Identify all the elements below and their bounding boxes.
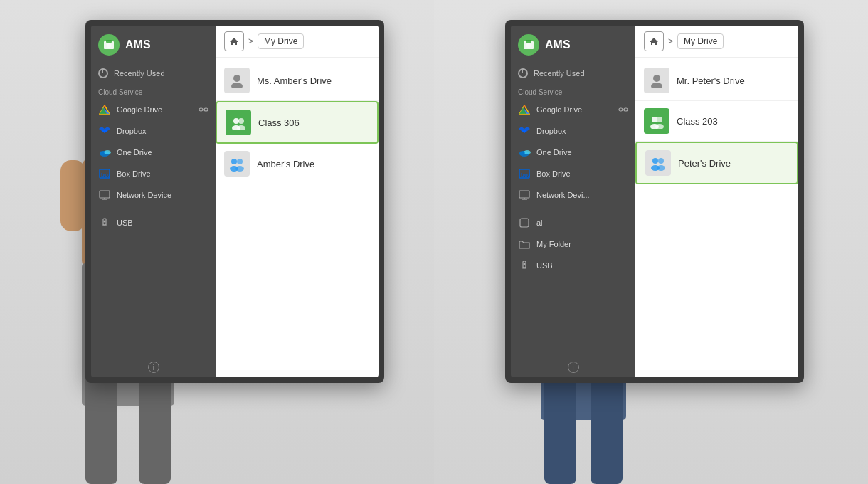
svg-point-34 bbox=[235, 166, 244, 172]
svg-point-26 bbox=[231, 83, 243, 88]
svg-rect-69 bbox=[522, 267, 526, 269]
info-icon-left[interactable]: i bbox=[148, 362, 159, 373]
file-icon-class203 bbox=[644, 108, 669, 134]
sidebar-item-dropbox-left[interactable]: Dropbox bbox=[91, 120, 216, 142]
recently-used-right[interactable]: Recently Used bbox=[511, 64, 635, 83]
sidebar-divider-left bbox=[98, 209, 208, 209]
svg-point-75 bbox=[657, 117, 662, 122]
info-icon-right[interactable]: i bbox=[568, 362, 579, 373]
svg-point-72 bbox=[653, 75, 660, 82]
svg-marker-71 bbox=[650, 38, 658, 45]
right-panel: AMS Recently Used Cloud Service bbox=[434, 0, 868, 484]
svg-point-27 bbox=[233, 118, 239, 124]
onedrive-icon-left bbox=[98, 146, 111, 159]
ams-logo-right bbox=[518, 34, 539, 56]
sidebar-item-dropbox-right[interactable]: Dropbox bbox=[511, 120, 635, 142]
file-icon-peter-personal bbox=[645, 150, 671, 176]
svg-point-25 bbox=[233, 75, 240, 82]
file-name-amber-drive: Ms. Amber's Drive bbox=[257, 75, 332, 86]
recently-used-left[interactable]: Recently Used bbox=[91, 64, 216, 83]
file-name-class306: Class 306 bbox=[258, 117, 300, 128]
svg-point-2 bbox=[107, 43, 111, 48]
file-list-right: Mr. Peter's Drive Class 203 bbox=[635, 58, 798, 377]
svg-point-23 bbox=[104, 221, 106, 223]
sidebar-header-left: AMS bbox=[91, 26, 216, 64]
svg-point-79 bbox=[658, 158, 664, 164]
sidebar-left: AMS Recently Used Cloud Service bbox=[91, 26, 216, 377]
sidebar-item-myfolder-right[interactable]: My Folder bbox=[511, 233, 635, 255]
dropbox-icon-left bbox=[98, 125, 111, 137]
file-icon-peter-drive bbox=[644, 68, 669, 93]
link-icon-left bbox=[199, 106, 208, 113]
svg-rect-67 bbox=[520, 219, 529, 227]
sidebar-item-usb-right[interactable]: USB bbox=[511, 255, 635, 276]
file-name-class203: Class 203 bbox=[677, 116, 718, 127]
svg-point-74 bbox=[652, 117, 657, 122]
file-item-class203[interactable]: Class 203 bbox=[635, 101, 798, 142]
breadcrumb-bar-right: > My Drive bbox=[635, 26, 798, 58]
file-item-peter-drive[interactable]: Mr. Peter's Drive bbox=[635, 60, 798, 101]
file-name-peter-drive: Mr. Peter's Drive bbox=[677, 75, 745, 86]
sidebar-divider-right bbox=[518, 209, 628, 209]
svg-point-32 bbox=[237, 159, 243, 164]
file-item-amber-personal[interactable]: Amber's Drive bbox=[216, 144, 379, 184]
left-panel: AMS Recently Used Cloud Service bbox=[0, 0, 434, 484]
monitor-footer-right: i bbox=[511, 357, 635, 377]
cloud-section-label-left: Cloud Service bbox=[91, 83, 216, 99]
sidebar-item-al-right[interactable]: al bbox=[511, 212, 635, 233]
box-icon-left: box bbox=[98, 167, 111, 180]
svg-point-78 bbox=[652, 158, 658, 164]
home-button-left[interactable] bbox=[224, 31, 244, 51]
breadcrumb-chevron-right: > bbox=[668, 36, 673, 46]
google-drive-icon-right bbox=[518, 103, 531, 116]
link-icon-right bbox=[618, 106, 628, 113]
svg-point-70 bbox=[524, 263, 526, 265]
file-icon-amber-personal bbox=[224, 151, 250, 177]
dropbox-icon-right bbox=[518, 125, 531, 137]
svg-marker-24 bbox=[230, 38, 238, 45]
app-title-left: AMS bbox=[125, 38, 151, 51]
folder-icon-right bbox=[518, 238, 531, 251]
cloud-section-label-right: Cloud Service bbox=[511, 83, 635, 99]
main-content-left: > My Drive Ms. Amber's Drive bbox=[216, 26, 379, 377]
file-item-peter-personal[interactable]: Peter's Drive bbox=[635, 142, 798, 184]
file-item-amber-drive[interactable]: Ms. Amber's Drive bbox=[216, 60, 379, 101]
breadcrumb-path-right[interactable]: My Drive bbox=[677, 33, 724, 49]
main-content-right: > My Drive Mr. Peter's Drive bbox=[635, 26, 798, 377]
sidebar-item-usb-left[interactable]: USB bbox=[91, 212, 216, 233]
file-list-left: Ms. Amber's Drive Class 306 bbox=[216, 58, 379, 377]
onedrive-icon-right bbox=[518, 146, 531, 159]
svg-rect-40 bbox=[60, 160, 85, 231]
monitor-right: AMS Recently Used Cloud Service bbox=[505, 20, 804, 383]
clock-icon-right bbox=[518, 68, 528, 78]
app-title-right: AMS bbox=[545, 38, 571, 51]
usb-icon-right bbox=[518, 259, 531, 272]
file-name-peter-personal: Peter's Drive bbox=[678, 158, 731, 169]
sidebar-right: AMS Recently Used Cloud Service bbox=[511, 26, 635, 377]
sidebar-item-google-drive-right[interactable]: Google Drive bbox=[511, 99, 635, 120]
sidebar-item-onedrive-right[interactable]: One Drive bbox=[511, 142, 635, 163]
monitor-left: AMS Recently Used Cloud Service bbox=[85, 20, 384, 383]
sidebar-item-google-drive-left[interactable]: Google Drive bbox=[91, 99, 216, 120]
breadcrumb-bar-left: > My Drive bbox=[216, 26, 379, 58]
sidebar-item-network-left[interactable]: Network Device bbox=[91, 184, 216, 206]
file-item-class306[interactable]: Class 306 bbox=[216, 101, 379, 144]
ams-logo-left bbox=[98, 34, 120, 56]
svg-rect-64 bbox=[519, 191, 529, 198]
svg-rect-1 bbox=[106, 40, 112, 43]
network-icon-left bbox=[98, 189, 111, 201]
svg-point-81 bbox=[657, 165, 665, 171]
svg-text:box: box bbox=[521, 172, 530, 178]
svg-point-48 bbox=[526, 43, 531, 48]
sidebar-item-onedrive-left[interactable]: One Drive bbox=[91, 142, 216, 163]
svg-rect-22 bbox=[102, 224, 107, 226]
clock-icon-left bbox=[98, 68, 108, 78]
svg-text:box: box bbox=[101, 172, 110, 178]
breadcrumb-path-left[interactable]: My Drive bbox=[258, 33, 304, 49]
sidebar-item-box-left[interactable]: box Box Drive bbox=[91, 163, 216, 184]
sidebar-item-box-right[interactable]: box Box Drive bbox=[511, 163, 635, 184]
file-icon-amber-drive bbox=[224, 68, 250, 93]
box-icon-right: box bbox=[518, 167, 531, 180]
home-button-right[interactable] bbox=[644, 31, 664, 51]
sidebar-item-network-right[interactable]: Network Devi... bbox=[511, 184, 635, 206]
